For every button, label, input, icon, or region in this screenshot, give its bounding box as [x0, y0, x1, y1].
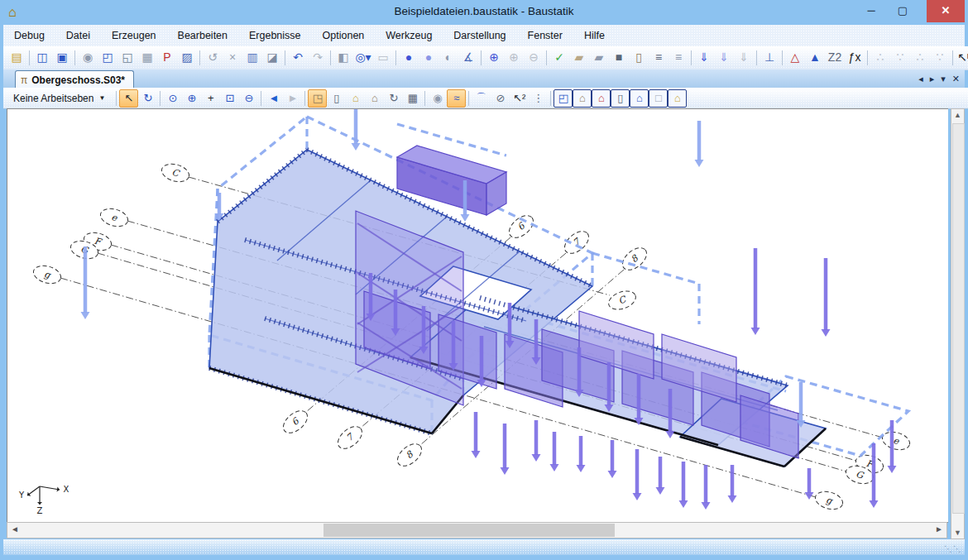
- horizontal-scrollbar[interactable]: ◄ ►: [7, 522, 947, 538]
- zoom-out-icon[interactable]: ⊖: [239, 89, 258, 108]
- measure-icon[interactable]: ∡: [458, 48, 478, 68]
- export-disc-icon[interactable]: ◉: [78, 48, 98, 68]
- copy-nodes3-icon[interactable]: ∴: [910, 48, 930, 68]
- tab-prev-icon[interactable]: ◂: [918, 71, 923, 86]
- home-view-icon[interactable]: ⌂: [346, 89, 365, 108]
- house-iso-icon[interactable]: ◰: [553, 89, 573, 108]
- delete-icon[interactable]: ×: [223, 48, 242, 68]
- node-insert2-icon[interactable]: ⊕: [504, 48, 524, 68]
- cursor-count-icon[interactable]: ↖²: [510, 89, 529, 108]
- sphere-select-icon[interactable]: ●: [419, 48, 438, 68]
- node-gray-icon[interactable]: ⊖: [524, 48, 544, 68]
- copy-nodes1-icon[interactable]: ∴: [870, 48, 890, 68]
- fx-function-icon[interactable]: ƒx: [845, 48, 865, 68]
- minimize-button[interactable]: ─: [859, 0, 884, 22]
- cursor-m-icon[interactable]: ↖ᵐ: [956, 48, 968, 68]
- export-image-icon[interactable]: ▨: [177, 48, 197, 68]
- door-panel-icon[interactable]: ▯: [611, 89, 630, 108]
- select-cursor-icon[interactable]: ↖: [119, 89, 138, 108]
- view-box-icon[interactable]: ◳: [308, 89, 327, 108]
- load-plate2-icon[interactable]: ⇓: [714, 48, 734, 68]
- zoom-window-icon[interactable]: ⊡: [220, 89, 239, 108]
- maximize-button[interactable]: ▢: [890, 0, 915, 22]
- copy-nodes2-icon[interactable]: ∵: [890, 48, 910, 68]
- beam-select-icon[interactable]: ▰: [589, 48, 609, 68]
- panel-blank-icon[interactable]: □: [649, 89, 668, 108]
- view-forward-icon[interactable]: ►: [283, 89, 302, 108]
- view-back-icon[interactable]: ◄: [264, 89, 283, 108]
- menu-item-hilfe[interactable]: Hilfe: [573, 26, 616, 45]
- beam-icon[interactable]: ▰: [569, 48, 589, 68]
- plate-icon[interactable]: ■: [609, 48, 629, 68]
- support-icon[interactable]: ≡: [649, 48, 668, 68]
- pan-icon[interactable]: +: [201, 89, 220, 108]
- camera-icon[interactable]: ◉: [428, 89, 447, 108]
- tab-menu-icon[interactable]: ▾: [941, 71, 946, 86]
- scroll-down-icon[interactable]: ▼: [951, 529, 964, 537]
- house-front-icon[interactable]: ⌂: [573, 89, 592, 108]
- wall-icon[interactable]: ▯: [629, 48, 649, 68]
- paste-icon[interactable]: ◪: [262, 48, 282, 68]
- house-small-icon[interactable]: ⌂: [668, 89, 687, 108]
- scroll-left-icon[interactable]: ◄: [11, 524, 19, 534]
- zoom-all-icon[interactable]: ⊙: [163, 89, 182, 108]
- menu-item-ergebnisse[interactable]: Ergebnisse: [238, 26, 312, 45]
- roof-view-icon[interactable]: ⌂: [365, 89, 384, 108]
- menu-item-debug[interactable]: Debug: [3, 26, 55, 45]
- rotate-view-icon[interactable]: ↻: [138, 89, 157, 108]
- tab-close-icon[interactable]: ✕: [952, 71, 960, 86]
- lasso-select-icon[interactable]: ↺: [203, 48, 223, 68]
- new-file-icon[interactable]: ▤: [7, 48, 26, 68]
- ruler-icon[interactable]: ⋮: [529, 89, 548, 108]
- house-top-icon[interactable]: ⌂: [592, 89, 611, 108]
- support2-icon[interactable]: ≡: [668, 48, 688, 68]
- constraint-icon[interactable]: ⊥: [760, 48, 779, 68]
- menu-item-optionen[interactable]: Optionen: [312, 26, 376, 45]
- copy-nodes4-icon[interactable]: ∵: [930, 48, 950, 68]
- mirror-icon[interactable]: ◐: [438, 48, 458, 68]
- menu-item-bearbeiten[interactable]: Bearbeiten: [167, 26, 238, 45]
- door-view-icon[interactable]: ▯: [327, 89, 346, 108]
- properties-icon[interactable]: ◧: [333, 48, 353, 68]
- no-display-icon[interactable]: ⊘: [491, 89, 510, 108]
- tab-obergeschoss[interactable]: π Obergeschoss.S03*: [15, 70, 134, 89]
- menu-item-werkzeug[interactable]: Werkzeug: [375, 26, 443, 45]
- menu-item-darstellung[interactable]: Darstellung: [443, 26, 516, 45]
- page-preview-icon[interactable]: ◱: [117, 48, 137, 68]
- workplane-dropdown[interactable]: Keine Arbeitseben ▼: [8, 91, 110, 106]
- vertical-scroll-thumb[interactable]: [952, 123, 965, 514]
- tab-next-icon[interactable]: ▸: [930, 71, 935, 86]
- horizontal-scroll-thumb[interactable]: [323, 524, 615, 537]
- waves-icon[interactable]: ⌒: [472, 89, 491, 108]
- save-all-icon[interactable]: ◫: [32, 48, 52, 68]
- node-insert-icon[interactable]: ⊕: [484, 48, 504, 68]
- house-rear-icon[interactable]: ⌂: [630, 89, 649, 108]
- resize-grip[interactable]: ⋱⋱: [944, 544, 962, 553]
- z2-diagram-icon[interactable]: Z2: [825, 48, 845, 68]
- load-plate-gray-icon[interactable]: ⇓: [734, 48, 754, 68]
- scroll-right-icon[interactable]: ►: [935, 524, 943, 534]
- scroll-up-icon[interactable]: ▲: [951, 111, 964, 119]
- close-button[interactable]: ✕: [927, 0, 965, 22]
- menu-item-erzeugen[interactable]: Erzeugen: [101, 26, 167, 45]
- menu-item-fenster[interactable]: Fenster: [517, 26, 573, 45]
- canvas-3d-view[interactable]: CCeeFFGGgg667788XYZ: [7, 108, 948, 523]
- save-icon[interactable]: ▣: [52, 48, 72, 68]
- vertical-scrollbar[interactable]: ▲ ▼: [951, 108, 965, 539]
- check-structure-icon[interactable]: ✓: [549, 48, 569, 68]
- print-preview-icon[interactable]: ◰: [98, 48, 117, 68]
- route-icon[interactable]: ≈: [447, 89, 466, 108]
- undo-icon[interactable]: ↶: [288, 48, 308, 68]
- print-icon[interactable]: ▦: [137, 48, 157, 68]
- export-pdf-icon[interactable]: P: [157, 48, 177, 68]
- redo-icon[interactable]: ↷: [308, 48, 328, 68]
- shear-diagram-icon[interactable]: ▲: [805, 48, 825, 68]
- sphere-icon[interactable]: ●: [399, 48, 419, 68]
- moment-diagram-icon[interactable]: △: [785, 48, 805, 68]
- window-gray-icon[interactable]: ▭: [373, 48, 393, 68]
- copy-icon[interactable]: ▥: [242, 48, 262, 68]
- view-manager-icon[interactable]: ◎▾: [353, 48, 373, 68]
- load-plate-icon[interactable]: ⇓: [694, 48, 714, 68]
- grid-icon[interactable]: ▦: [403, 89, 422, 108]
- zoom-icon[interactable]: ⊕: [182, 89, 201, 108]
